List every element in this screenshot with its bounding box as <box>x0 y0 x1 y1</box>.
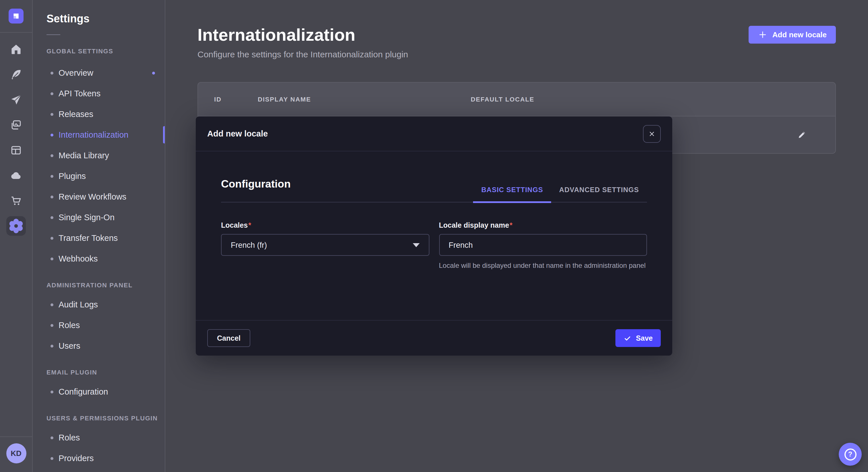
add-locale-modal: Add new locale Configuration BASIC SETTI… <box>196 116 672 356</box>
sidebar-item-label: Review Workflows <box>59 192 126 201</box>
locale-form: Locales* French (fr) Locale display name… <box>221 220 647 278</box>
notification-dot <box>152 71 155 74</box>
sidebar-item-label: Single Sign-On <box>59 213 115 222</box>
tab-advanced-settings[interactable]: ADVANCED SETTINGS <box>551 186 647 202</box>
bullet-icon <box>51 390 53 393</box>
sidebar-item-users[interactable]: Users <box>33 336 165 356</box>
nav-icon-paper-plane[interactable] <box>10 94 22 106</box>
column-header-id: ID <box>214 96 222 103</box>
display-name-field: Locale display name* Locale will be disp… <box>439 220 647 278</box>
locales-select[interactable]: French (fr) <box>221 234 429 256</box>
rail-bottom-divider <box>0 436 32 437</box>
strapi-logo-icon <box>9 9 24 24</box>
sidebar-list-administration-panel: Audit LogsRolesUsers <box>33 294 165 356</box>
bullet-icon <box>51 216 53 219</box>
sidebar-item-releases[interactable]: Releases <box>33 104 165 125</box>
bullet-icon <box>51 303 53 306</box>
display-name-label: Locale display name* <box>439 222 513 229</box>
sidebar-item-label: Roles <box>59 321 80 330</box>
sidebar-item-label: Transfer Tokens <box>59 233 118 243</box>
required-marker: * <box>510 222 513 229</box>
locales-field: Locales* French (fr) <box>221 220 429 278</box>
page-subtitle: Configure the settings for the Internati… <box>197 49 836 59</box>
rail-bottom: KD <box>0 436 32 472</box>
sidebar-item-label: Overview <box>59 68 93 77</box>
modal-header: Add new locale <box>196 116 672 151</box>
sidebar-list-email-plugin: Configuration <box>33 381 165 402</box>
tab-basic-settings[interactable]: BASIC SETTINGS <box>473 186 551 203</box>
nav-icon-settings[interactable] <box>6 216 26 236</box>
user-avatar[interactable]: KD <box>6 443 26 463</box>
bullet-icon <box>51 457 53 460</box>
sidebar-item-label: Webhooks <box>59 254 98 263</box>
bullet-icon <box>51 113 53 115</box>
sidebar-item-plugins[interactable]: Plugins <box>33 166 165 187</box>
edit-locale-button[interactable] <box>797 130 807 140</box>
help-button[interactable]: ? <box>839 443 862 466</box>
bullet-icon <box>51 71 53 74</box>
sidebar-item-label: API Tokens <box>59 89 100 98</box>
sidebar-item-label: Internationalization <box>59 130 128 139</box>
locales-label: Locales* <box>221 222 251 229</box>
sidebar-item-api-tokens[interactable]: API Tokens <box>33 83 165 104</box>
sidebar-item-roles[interactable]: Roles <box>33 427 165 448</box>
sidebar-item-overview[interactable]: Overview <box>33 63 165 83</box>
add-new-locale-button[interactable]: Add new locale <box>749 26 836 43</box>
nav-icon-cart[interactable] <box>10 194 22 207</box>
bullet-icon <box>51 257 53 260</box>
sidebar-title: Settings <box>46 12 165 25</box>
nav-icon-layout[interactable] <box>10 144 22 157</box>
column-header-display-name: DISPLAY NAME <box>258 96 311 103</box>
strapi-admin-app: KD Settings GLOBAL SETTINGSOverviewAPI T… <box>0 0 868 472</box>
locales-select-value: French (fr) <box>231 241 267 249</box>
close-icon <box>648 129 656 138</box>
bullet-icon <box>51 92 53 95</box>
nav-icon-feather[interactable] <box>10 68 22 81</box>
modal-title: Add new locale <box>207 129 268 138</box>
sidebar-item-audit-logs[interactable]: Audit Logs <box>33 294 165 315</box>
display-name-input[interactable] <box>439 234 647 256</box>
sidebar-item-internationalization[interactable]: Internationalization <box>33 125 165 145</box>
page-title: Internationalization <box>197 25 836 45</box>
sidebar-item-webhooks[interactable]: Webhooks <box>33 248 165 269</box>
sidebar-section-users-permissions-plugin: USERS & PERMISSIONS PLUGIN <box>46 415 165 422</box>
sidebar-item-transfer-tokens[interactable]: Transfer Tokens <box>33 228 165 248</box>
cancel-button[interactable]: Cancel <box>207 329 250 347</box>
modal-body: Configuration BASIC SETTINGSADVANCED SET… <box>196 151 672 278</box>
strapi-logo[interactable] <box>9 9 24 24</box>
bullet-icon <box>51 436 53 439</box>
sidebar-item-label: Media Library <box>59 151 109 160</box>
sidebar-section-administration-panel: ADMINISTRATION PANEL <box>46 281 165 289</box>
sidebar-section-email-plugin: EMAIL PLUGIN <box>46 369 165 376</box>
nav-icon-home[interactable] <box>10 43 22 56</box>
configuration-title: Configuration <box>221 178 291 202</box>
add-new-locale-label: Add new locale <box>772 30 827 39</box>
nav-icon-media[interactable] <box>10 119 22 131</box>
chevron-down-icon <box>412 243 420 247</box>
nav-icon-cloud[interactable] <box>10 169 22 182</box>
display-name-hint: Locale will be displayed under that name… <box>439 261 647 271</box>
sidebar-item-label: Configuration <box>59 387 108 396</box>
sidebar-item-configuration[interactable]: Configuration <box>33 381 165 402</box>
configuration-section-row: Configuration BASIC SETTINGSADVANCED SET… <box>221 151 647 202</box>
save-label: Save <box>636 334 653 342</box>
locales-label-text: Locales <box>221 222 248 229</box>
plus-icon <box>758 30 768 40</box>
required-marker: * <box>248 222 251 229</box>
settings-tabs: BASIC SETTINGSADVANCED SETTINGS <box>473 186 647 202</box>
save-button[interactable]: Save <box>615 329 661 347</box>
bullet-icon <box>51 133 53 136</box>
sidebar-item-single-sign-on[interactable]: Single Sign-On <box>33 207 165 228</box>
settings-sidebar: Settings GLOBAL SETTINGSOverviewAPI Toke… <box>33 0 165 472</box>
sidebar-item-roles[interactable]: Roles <box>33 315 165 336</box>
sidebar-item-media-library[interactable]: Media Library <box>33 145 165 166</box>
sidebar-item-label: Roles <box>59 433 80 442</box>
sidebar-list-global-settings: OverviewAPI TokensReleasesInternationali… <box>33 63 165 269</box>
bullet-icon <box>51 175 53 177</box>
sidebar-item-providers[interactable]: Providers <box>33 448 165 469</box>
modal-close-button[interactable] <box>643 125 661 142</box>
modal-footer: Cancel Save <box>196 320 672 356</box>
sidebar-item-review-workflows[interactable]: Review Workflows <box>33 187 165 207</box>
sidebar-item-label: Audit Logs <box>59 300 98 309</box>
sidebar-list-users-permissions-plugin: RolesProviders <box>33 427 165 469</box>
